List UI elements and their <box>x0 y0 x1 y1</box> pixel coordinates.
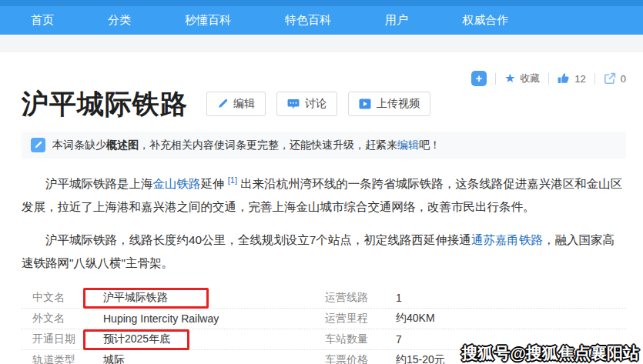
info-label: 运营线路 <box>325 291 396 305</box>
tongsujiayong-railway-link[interactable]: 通苏嘉甬铁路 <box>471 233 543 246</box>
info-value: 城际 <box>103 353 125 364</box>
share-count: 0 <box>621 73 626 85</box>
entry-action-row: + ★ 收藏 12 0 <box>22 71 626 86</box>
info-value: 约40KM <box>396 312 435 326</box>
highlight-box: 沪平城际铁路 <box>83 288 209 309</box>
info-row-english-name: 外文名 Huping Intercity Railway <box>22 309 323 329</box>
reference-1-link[interactable]: [1] <box>228 175 237 185</box>
divider <box>594 73 595 85</box>
nav-item-miaodong[interactable]: 秒懂百科 <box>185 13 231 28</box>
top-navigation: 首页 分类 秒懂百科 特色百科 用户 权威合作 <box>0 0 643 35</box>
nav-item-home[interactable]: 首页 <box>31 13 54 28</box>
info-value: Huping Intercity Railway <box>103 312 219 325</box>
info-label: 车票价格 <box>325 353 396 364</box>
collect-button[interactable]: ★ 收藏 <box>504 72 540 85</box>
entry-content: + ★ 收藏 12 0 沪平城际铁路 编辑 讨论 <box>0 71 643 364</box>
title-buttons: 编辑 讨论 上传视频 <box>206 92 430 116</box>
notice-edit-link[interactable]: 编辑 <box>397 139 419 151</box>
info-label: 车站数量 <box>325 332 396 346</box>
missing-overview-notice: 本词条缺少概述图，补充相关内容使词条更完整，还能快速升级，赶紧来编辑吧！ <box>22 132 626 159</box>
info-label: 运营里程 <box>325 312 396 326</box>
info-value: 7 <box>396 333 402 346</box>
p1-text: 延伸 <box>201 177 225 190</box>
jinshan-railway-link[interactable]: 金山铁路 <box>153 177 201 190</box>
p1-text: 沪平城际铁路是上海 <box>45 177 153 190</box>
like-button[interactable]: 12 <box>558 72 585 85</box>
pencil-icon <box>217 99 228 109</box>
nav-item-category[interactable]: 分类 <box>108 13 131 28</box>
info-value: 沪平城际铁路 <box>103 291 168 305</box>
info-row-track-type: 轨道类型 城际 <box>22 350 323 364</box>
info-value: 1 <box>396 292 402 304</box>
info-column-left: 中文名 沪平城际铁路 外文名 Huping Intercity Railway … <box>22 288 323 364</box>
info-value: 预计2025年底 <box>103 332 170 346</box>
info-value: 约15-20元 <box>396 353 445 364</box>
info-row-lines: 运营线路 1 <box>323 288 626 309</box>
thumbs-up-icon <box>558 72 570 85</box>
highlight-box: 预计2025年底 <box>83 329 189 350</box>
divider <box>495 73 496 85</box>
edit-button-label: 编辑 <box>233 97 255 111</box>
nav-item-users[interactable]: 用户 <box>385 13 408 28</box>
edit-pencil-icon <box>31 138 45 152</box>
share-button[interactable]: 0 <box>604 72 626 85</box>
collect-label: 收藏 <box>520 72 540 85</box>
upload-video-button[interactable]: 上传视频 <box>348 92 430 116</box>
info-row-chinese-name: 中文名 沪平城际铁路 <box>22 288 323 309</box>
divider <box>548 73 549 85</box>
upload-video-button-label: 上传视频 <box>377 97 420 111</box>
notice-middle: ，补充相关内容使词条更完整，还能快速升级，赶紧来 <box>139 139 397 151</box>
nav-item-featured[interactable]: 特色百科 <box>285 13 331 28</box>
video-play-icon <box>359 99 371 109</box>
edit-button[interactable]: 编辑 <box>206 92 266 116</box>
sohu-watermark: 搜狐号@搜狐焦点襄阳站 <box>462 342 639 364</box>
like-count: 12 <box>574 73 585 85</box>
share-icon <box>604 72 616 85</box>
page-title: 沪平城际铁路 <box>22 88 188 120</box>
notice-prefix: 本词条缺少 <box>52 139 106 151</box>
p2-text: 沪平城际铁路，线路长度约40公里，全线规划设立7个站点，初定线路西延伸接通 <box>45 233 471 246</box>
intro-paragraph-2: 沪平城际铁路，线路长度约40公里，全线规划设立7个站点，初定线路西延伸接通通苏嘉… <box>22 229 626 275</box>
nav-item-authority[interactable]: 权威合作 <box>462 13 508 28</box>
notice-bold: 概述图 <box>106 139 139 151</box>
info-label: 轨道类型 <box>32 353 103 364</box>
info-label: 外文名 <box>32 312 103 326</box>
comment-icon <box>287 99 300 109</box>
title-row: 沪平城际铁路 编辑 讨论 上传视频 <box>22 88 626 120</box>
add-button[interactable]: + <box>471 71 487 86</box>
info-row-mileage: 运营里程 约40KM <box>323 309 626 329</box>
info-row-open-date: 开通日期 预计2025年底 <box>22 329 323 350</box>
star-icon: ★ <box>504 72 515 85</box>
intro-paragraph-1: 沪平城际铁路是上海金山铁路延伸 [1] 出来沿杭州湾环线的一条跨省城际铁路，这条… <box>22 169 626 219</box>
discuss-button[interactable]: 讨论 <box>276 92 337 116</box>
subnav-strip <box>0 35 643 52</box>
notice-suffix: 吧！ <box>419 139 440 151</box>
notice-text: 本词条缺少概述图，补充相关内容使词条更完整，还能快速升级，赶紧来编辑吧！ <box>52 139 440 152</box>
discuss-button-label: 讨论 <box>305 97 327 111</box>
